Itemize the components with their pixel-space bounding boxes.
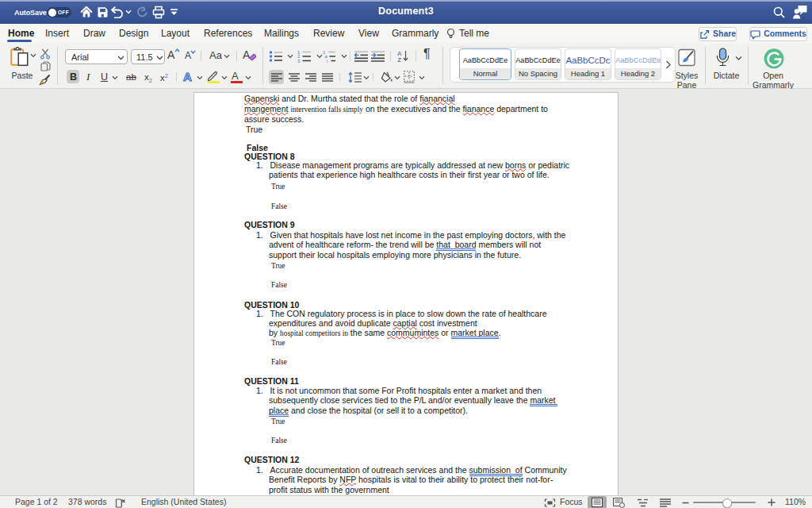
svg-text:Z: Z bbox=[397, 56, 401, 63]
svg-text:i: i bbox=[327, 59, 327, 64]
svg-text:3: 3 bbox=[297, 59, 301, 64]
